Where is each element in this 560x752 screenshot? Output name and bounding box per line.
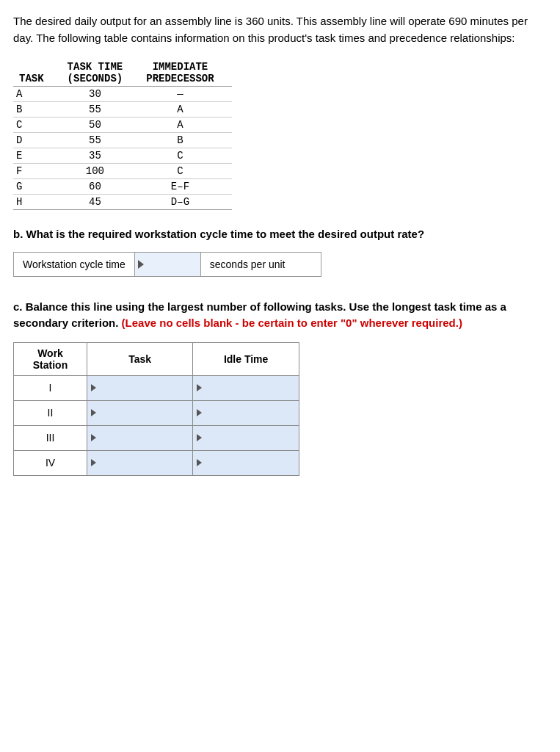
task-input[interactable] (87, 451, 192, 475)
idle-input-cell[interactable] (193, 375, 299, 400)
task-cell: D (13, 133, 62, 148)
task-row: H 45 D–G (13, 195, 232, 210)
predecessor-cell: A (140, 118, 231, 133)
intro-paragraph: The desired daily output for an assembly… (13, 13, 547, 46)
time-cell: 55 (62, 133, 141, 148)
predecessor-cell: B (140, 133, 231, 148)
time-cell: 55 (62, 102, 141, 118)
cycle-time-row: Workstation cycle time seconds per unit (13, 252, 321, 277)
idle-arrow (197, 459, 202, 466)
balance-table: Work Station Task Idle Time I II (13, 342, 299, 476)
section-b-question: b. What is the required workstation cycl… (13, 226, 547, 243)
idle-arrow (197, 409, 202, 416)
cycle-time-unit: seconds per unit (201, 253, 294, 276)
task-input-cell[interactable] (87, 400, 193, 425)
task-input[interactable] (87, 376, 192, 400)
task-cell: E (13, 148, 62, 164)
task-input[interactable] (87, 401, 192, 425)
idle-input-cell[interactable] (193, 400, 299, 425)
task-col-header-b: Task (87, 342, 193, 375)
time-cell: 30 (62, 87, 141, 102)
task-row: G 60 E–F (13, 179, 232, 195)
idle-arrow (197, 434, 202, 441)
task-arrow (91, 434, 96, 441)
predecessor-col-header: IMMEDIATEPREDECESSOR (140, 59, 231, 87)
task-row: E 35 C (13, 148, 232, 164)
idle-col-header: Idle Time (193, 342, 299, 375)
predecessor-cell: — (140, 87, 231, 102)
cycle-time-input-cell[interactable] (135, 253, 201, 276)
task-row: D 55 B (13, 133, 232, 148)
task-cell: A (13, 87, 62, 102)
idle-input[interactable] (193, 426, 299, 450)
task-table-section: TASK TASK TIME(SECONDS) IMMEDIATEPREDECE… (13, 59, 547, 210)
station-col-header: Work Station (14, 342, 87, 375)
task-arrow (91, 409, 96, 416)
balance-row: II (14, 400, 299, 425)
idle-input-cell[interactable] (193, 450, 299, 475)
station-name: IV (14, 450, 87, 475)
task-cell: C (13, 118, 62, 133)
balance-row: IV (14, 450, 299, 475)
station-name: III (14, 425, 87, 450)
task-input-cell[interactable] (87, 425, 193, 450)
section-c: c. Balance this line using the largest n… (13, 299, 547, 476)
station-name: I (14, 375, 87, 400)
idle-input[interactable] (193, 401, 299, 425)
task-table: TASK TASK TIME(SECONDS) IMMEDIATEPREDECE… (13, 59, 232, 210)
time-cell: 35 (62, 148, 141, 164)
balance-row: III (14, 425, 299, 450)
balance-table-wrapper: Work Station Task Idle Time I II (13, 342, 547, 476)
task-row: B 55 A (13, 102, 232, 118)
task-cell: B (13, 102, 62, 118)
task-row: A 30 — (13, 87, 232, 102)
task-arrow (91, 459, 96, 466)
section-c-question: c. Balance this line using the largest n… (13, 299, 547, 332)
time-cell: 50 (62, 118, 141, 133)
idle-arrow (197, 384, 202, 391)
time-cell: 100 (62, 164, 141, 179)
cycle-input-arrow (138, 260, 144, 269)
idle-input[interactable] (193, 451, 299, 475)
time-cell: 60 (62, 179, 141, 195)
task-col-header: TASK (13, 59, 62, 87)
predecessor-cell: A (140, 102, 231, 118)
predecessor-cell: E–F (140, 179, 231, 195)
task-cell: H (13, 195, 62, 210)
balance-row: I (14, 375, 299, 400)
predecessor-cell: C (140, 148, 231, 164)
idle-input[interactable] (193, 376, 299, 400)
time-col-header: TASK TIME(SECONDS) (62, 59, 141, 87)
predecessor-cell: D–G (140, 195, 231, 210)
task-row: C 50 A (13, 118, 232, 133)
time-cell: 45 (62, 195, 141, 210)
predecessor-cell: C (140, 164, 231, 179)
idle-input-cell[interactable] (193, 425, 299, 450)
task-cell: G (13, 179, 62, 195)
section-c-note: (Leave no cells blank - be certain to en… (122, 317, 462, 329)
task-input-cell[interactable] (87, 450, 193, 475)
task-input-cell[interactable] (87, 375, 193, 400)
cycle-time-input[interactable] (135, 253, 200, 276)
task-input[interactable] (87, 426, 192, 450)
task-row: F 100 C (13, 164, 232, 179)
task-cell: F (13, 164, 62, 179)
station-name: II (14, 400, 87, 425)
cycle-time-label: Workstation cycle time (14, 253, 135, 276)
section-b: b. What is the required workstation cycl… (13, 226, 547, 277)
task-arrow (91, 384, 96, 391)
